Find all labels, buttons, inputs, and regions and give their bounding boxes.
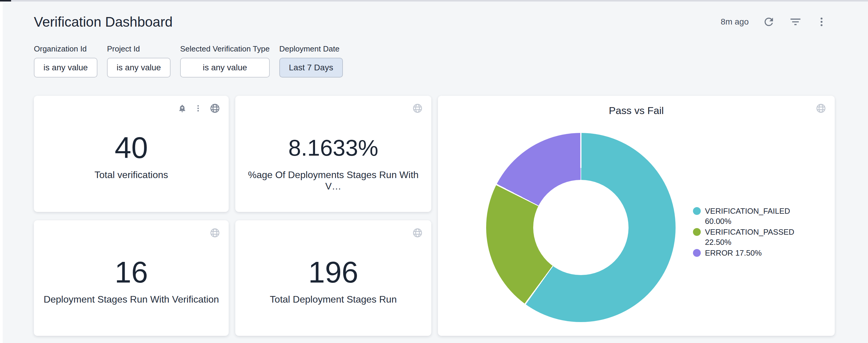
legend-dot: [693, 207, 701, 215]
filter-label: Deployment Date: [279, 44, 343, 54]
tile-actions: [178, 103, 220, 114]
tile-actions: [412, 228, 423, 238]
filter-label: Project Id: [107, 44, 170, 54]
legend-dot: [693, 228, 701, 236]
legend-label: ERROR 17.50%: [705, 248, 762, 258]
stat-label: Total Deployment Stages Run: [235, 294, 431, 305]
stat-value: 40: [34, 133, 229, 163]
dashboard-tiles: 40 Total verifications 8.1633% %age Of D…: [34, 96, 835, 336]
last-refresh-timestamp: 8m ago: [721, 17, 749, 27]
tile-actions: [815, 103, 826, 114]
stat-label: %age Of Deployments Stages Run With V…: [235, 169, 431, 192]
timezone-globe-icon[interactable]: [412, 228, 423, 238]
filter-value-button[interactable]: is any value: [34, 58, 97, 77]
chart-title: Pass vs Fail: [438, 104, 835, 117]
refresh-icon[interactable]: [763, 15, 775, 28]
tile-actions: [412, 103, 423, 114]
legend-dot: [693, 249, 701, 257]
chart-card-pass-vs-fail: Pass vs Fail VERIFICATION_FAILED 60.00% …: [438, 96, 835, 336]
dashboard-more-options-icon[interactable]: [816, 16, 827, 28]
stat-card-stages-run-with-verification: 16 Deployment Stages Run With Verificati…: [34, 220, 229, 336]
filter-value-button-active[interactable]: Last 7 Days: [279, 58, 343, 77]
timezone-globe-icon[interactable]: [412, 103, 423, 114]
timezone-globe-icon[interactable]: [815, 103, 826, 114]
filter-selected-verification-type: Selected Verification Type is any value: [180, 44, 270, 77]
stat-label: Deployment Stages Run With Verification: [34, 294, 229, 305]
tile-actions: [210, 228, 220, 238]
filter-deployment-date: Deployment Date Last 7 Days: [279, 44, 343, 77]
filter-label: Selected Verification Type: [180, 44, 270, 54]
filter-bar: Organization Id is any value Project Id …: [34, 44, 868, 77]
stat-card-total-deployment-stages-run: 196 Total Deployment Stages Run: [235, 220, 431, 336]
stat-label: Total verifications: [34, 169, 229, 180]
tile-more-options-icon[interactable]: [194, 104, 202, 112]
add-alert-icon[interactable]: [178, 104, 187, 113]
stat-card-total-verifications: 40 Total verifications: [34, 96, 229, 212]
top-border-strip: [0, 0, 868, 1]
stat-value: 196: [235, 257, 431, 287]
legend-item-error[interactable]: ERROR 17.50%: [693, 248, 792, 258]
legend-label: VERIFICATION_FAILED 60.00%: [705, 206, 792, 226]
timezone-globe-icon[interactable]: [210, 228, 220, 238]
stat-card-percent-stages-with-verification: 8.1633% %age Of Deployments Stages Run W…: [235, 96, 431, 212]
legend-item-verification-passed[interactable]: VERIFICATION_PASSED 22.50%: [693, 227, 792, 247]
stat-value: 16: [34, 257, 229, 287]
timezone-globe-icon[interactable]: [210, 103, 220, 114]
donut-hole: [533, 180, 628, 275]
legend-label: VERIFICATION_PASSED 22.50%: [705, 227, 794, 247]
filter-value-button[interactable]: is any value: [180, 58, 270, 77]
filter-value-button[interactable]: is any value: [107, 58, 170, 77]
left-edge-strip: [0, 1, 3, 343]
stat-value: 8.1633%: [235, 133, 431, 163]
donut-chart[interactable]: [486, 133, 676, 322]
dashboard-filters-icon[interactable]: [789, 15, 802, 28]
chart-legend: VERIFICATION_FAILED 60.00% VERIFICATION_…: [693, 206, 792, 258]
page-title: Verification Dashboard: [34, 13, 173, 30]
legend-item-verification-failed[interactable]: VERIFICATION_FAILED 60.00%: [693, 206, 792, 226]
dashboard-header: Verification Dashboard 8m ago: [0, 13, 868, 30]
filter-label: Organization Id: [34, 44, 97, 54]
filter-organization-id: Organization Id is any value: [34, 44, 97, 77]
filter-project-id: Project Id is any value: [107, 44, 170, 77]
header-actions: 8m ago: [721, 15, 827, 28]
